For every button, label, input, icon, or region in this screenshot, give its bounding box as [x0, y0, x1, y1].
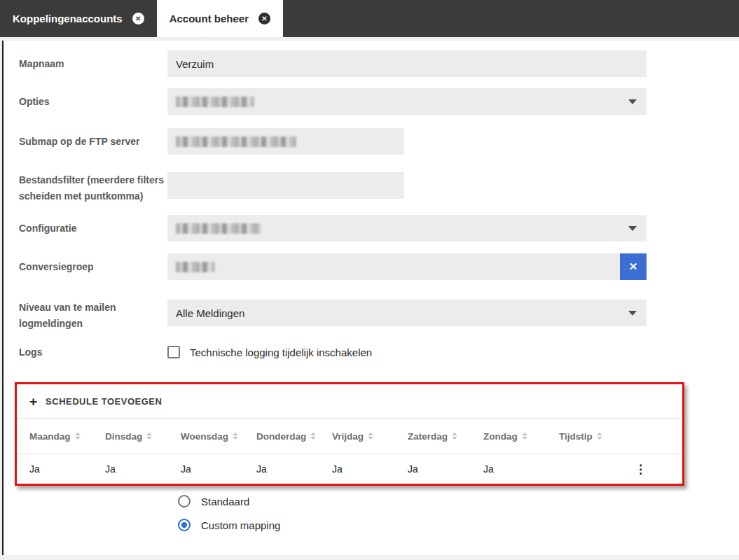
- radio-custom-mapping[interactable]: Custom mapping: [178, 513, 280, 537]
- add-schedule-button[interactable]: + SCHEDULE TOEVOEGEN: [17, 384, 682, 419]
- cell-maandag: Ja: [29, 463, 105, 475]
- field-row-logs: Logs Technische logging tijdelijk inscha…: [19, 342, 739, 362]
- cell-dinsdag: Ja: [105, 463, 181, 475]
- field-row-conversiegroep: Conversiegroep ✕: [19, 253, 739, 280]
- chevron-down-icon: [628, 226, 637, 231]
- chevron-down-icon: [628, 311, 637, 316]
- bestandsfilter-label: Bestandsfilter (meerdere filters scheide…: [19, 172, 167, 204]
- opties-label: Opties: [19, 94, 167, 110]
- technical-logging-checkbox[interactable]: [167, 346, 180, 358]
- niveau-value: Alle Meldingen: [176, 307, 244, 319]
- radio-label: Standaard: [201, 496, 249, 507]
- logs-label: Logs: [19, 344, 167, 360]
- chevron-down-icon: [628, 99, 637, 104]
- schedule-table-header: Maandag Dinsdag Woensdag Donderdag Vrijd…: [17, 419, 682, 454]
- field-row-submap: Submap op de FTP server: [19, 128, 739, 155]
- opties-value-redacted: [176, 97, 254, 107]
- submap-input[interactable]: [167, 128, 404, 155]
- technical-logging-checkbox-label: Technische logging tijdelijk inschakelen: [190, 346, 372, 358]
- submap-label: Submap op de FTP server: [19, 134, 167, 150]
- sort-icon: [310, 433, 316, 440]
- plus-icon: +: [29, 395, 37, 408]
- radio-icon: [178, 495, 191, 507]
- column-header-tijdstip[interactable]: Tijdstip: [559, 431, 635, 442]
- schedule-section-highlight: + SCHEDULE TOEVOEGEN Maandag Dinsdag Woe…: [15, 382, 684, 486]
- field-row-mapnaam: Mapnaam Verzuim: [19, 50, 739, 77]
- close-icon[interactable]: ✕: [258, 13, 270, 24]
- niveau-label: Niveau van te mailen logmeldingen: [19, 300, 145, 332]
- kebab-menu-icon[interactable]: ⋮: [635, 463, 647, 475]
- field-row-opties: Opties: [19, 88, 739, 115]
- field-row-bestandsfilter: Bestandsfilter (meerdere filters scheide…: [19, 167, 739, 204]
- configuratie-value-redacted: [176, 223, 261, 234]
- conversiegroep-label: Conversiegroep: [19, 259, 167, 275]
- column-header-zaterdag[interactable]: Zaterdag: [408, 431, 483, 442]
- column-header-vrijdag[interactable]: Vrijdag: [332, 431, 408, 442]
- cell-vrijdag: Ja: [332, 463, 408, 475]
- conversiegroep-value-redacted: [176, 262, 215, 272]
- mapnaam-input[interactable]: Verzuim: [167, 50, 647, 77]
- sort-icon: [597, 433, 602, 440]
- add-schedule-label: SCHEDULE TOEVOEGEN: [46, 396, 162, 407]
- close-icon[interactable]: ✕: [132, 13, 144, 24]
- sort-icon: [233, 433, 238, 440]
- radio-icon: [178, 519, 191, 531]
- sort-icon: [522, 433, 527, 440]
- conversiegroep-input[interactable]: [167, 253, 620, 280]
- configuratie-label: Configuratie: [19, 220, 167, 237]
- cell-woensdag: Ja: [181, 463, 256, 475]
- tab-label: Koppelingenaccounts: [13, 13, 123, 24]
- sort-icon: [368, 433, 373, 440]
- column-header-zondag[interactable]: Zondag: [483, 431, 559, 442]
- tab-koppelingenaccounts[interactable]: Koppelingenaccounts ✕: [0, 0, 157, 37]
- schedule-table-row: Ja Ja Ja Ja Ja Ja Ja ⋮: [17, 454, 682, 484]
- mapping-radio-group: Standaard Custom mapping: [178, 489, 280, 537]
- account-form: Mapnaam Verzuim Opties Submap op de FTP …: [2, 41, 739, 555]
- column-header-woensdag[interactable]: Woensdag: [181, 431, 256, 442]
- column-header-dinsdag[interactable]: Dinsdag: [105, 431, 181, 442]
- bestandsfilter-input[interactable]: [167, 172, 404, 199]
- niveau-dropdown[interactable]: Alle Meldingen: [167, 300, 647, 326]
- opties-dropdown[interactable]: [167, 88, 647, 115]
- field-row-niveau: Niveau van te mailen logmeldingen Alle M…: [19, 294, 739, 332]
- cell-zondag: Ja: [483, 463, 559, 475]
- tab-bar: Koppelingenaccounts ✕ Account beheer ✕: [0, 0, 739, 37]
- radio-label: Custom mapping: [201, 519, 280, 531]
- cell-donderdag: Ja: [256, 463, 332, 475]
- sort-icon: [146, 433, 152, 440]
- tab-account-beheer[interactable]: Account beheer ✕: [157, 0, 283, 37]
- mapnaam-value: Verzuim: [176, 58, 214, 70]
- sort-icon: [75, 433, 81, 440]
- close-icon: ✕: [629, 260, 638, 273]
- tab-label: Account beheer: [170, 13, 249, 24]
- mapnaam-label: Mapnaam: [19, 56, 167, 72]
- clear-conversiegroep-button[interactable]: ✕: [620, 253, 647, 280]
- field-row-configuratie: Configuratie: [19, 215, 739, 241]
- radio-standaard[interactable]: Standaard: [178, 489, 280, 513]
- column-header-maandag[interactable]: Maandag: [29, 431, 105, 442]
- configuratie-dropdown[interactable]: [167, 215, 647, 241]
- sort-icon: [452, 433, 457, 440]
- cell-zaterdag: Ja: [408, 463, 483, 475]
- submap-value-redacted: [176, 136, 296, 147]
- column-header-donderdag[interactable]: Donderdag: [256, 431, 332, 442]
